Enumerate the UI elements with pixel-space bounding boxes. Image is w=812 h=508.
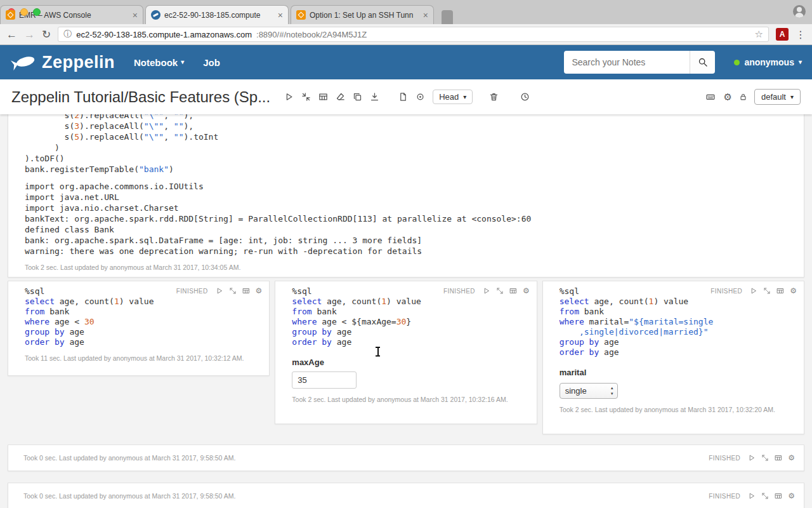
paragraph-footer: Took 11 sec. Last updated by anonymous a… xyxy=(25,354,263,362)
paragraph-sql-marital: FINISHED ⚙ %sqlselect age, count(1) valu… xyxy=(542,281,804,434)
interpreter-binding-gear-icon[interactable]: ⚙ xyxy=(723,92,731,102)
job-menu[interactable]: Job xyxy=(203,57,220,68)
run-paragraph-button[interactable] xyxy=(748,454,756,462)
chevron-down-icon: ▾ xyxy=(181,59,184,65)
paragraph-settings-gear-icon[interactable]: ⚙ xyxy=(523,287,530,295)
status-badge: FINISHED xyxy=(710,288,742,295)
notebook-content: s(2).replaceAll("\"", ""), s(3).replaceA… xyxy=(0,114,812,508)
form-label: marital xyxy=(560,368,797,377)
tab-title: Option 1: Set Up an SSH Tunn xyxy=(310,11,419,20)
expand-paragraph-button[interactable] xyxy=(496,287,504,295)
paragraph-settings-gear-icon[interactable]: ⚙ xyxy=(788,454,795,462)
move-to-trash-button[interactable] xyxy=(489,92,499,102)
forward-icon[interactable]: → xyxy=(24,29,35,40)
browser-tab-zeppelin[interactable]: ec2-52-90-138-185.compute × xyxy=(145,5,289,24)
clear-output-button[interactable] xyxy=(336,92,345,102)
paragraph-footer: Took 2 sec. Last updated by anonymous at… xyxy=(560,406,797,413)
run-all-paragraphs-button[interactable] xyxy=(284,92,294,102)
paragraph-collapsed-2: Took 0 sec. Last updated by anonymous at… xyxy=(8,483,804,508)
toggle-editor-button[interactable] xyxy=(775,454,782,462)
revision-dropdown[interactable]: Head ▾ xyxy=(433,90,473,104)
user-menu[interactable]: anonymous ▾ xyxy=(734,57,802,67)
paragraph-editor[interactable]: s(2).replaceAll("\"", ""), s(3).replaceA… xyxy=(25,114,796,175)
paragraph-collapsed-1: Took 0 sec. Last updated by anonymous at… xyxy=(8,444,804,471)
paragraph-settings-gear-icon[interactable]: ⚙ xyxy=(788,492,795,500)
zeppelin-navbar: Zeppelin Notebook ▾ Job anonymous ▾ xyxy=(0,45,812,79)
paragraph-footer: Took 2 sec. Last updated by anonymous at… xyxy=(25,264,796,271)
refresh-icon[interactable]: ↻ xyxy=(42,29,51,40)
note-action-group xyxy=(284,92,379,102)
text-cursor xyxy=(375,347,381,356)
toggle-editor-button[interactable] xyxy=(509,287,517,295)
expand-paragraph-button[interactable] xyxy=(761,492,769,500)
paragraph-settings-gear-icon[interactable]: ⚙ xyxy=(790,287,797,295)
paragraph-controls: FINISHED ⚙ xyxy=(176,287,263,295)
toggle-code-button[interactable] xyxy=(301,92,311,102)
expand-paragraph-button[interactable] xyxy=(229,287,237,295)
zeppelin-logo[interactable]: Zeppelin xyxy=(10,53,115,72)
aws-favicon-icon xyxy=(6,10,15,20)
username: anonymous xyxy=(744,57,794,67)
run-paragraph-button[interactable] xyxy=(483,287,490,295)
paragraph-sql-maxage: FINISHED ⚙ %sqlselect age, count(1) valu… xyxy=(275,281,537,424)
zeppelin-blimp-icon xyxy=(10,53,37,72)
run-paragraph-button[interactable] xyxy=(748,492,756,500)
revision-compare-button[interactable] xyxy=(416,92,425,102)
browser-tab-ssh-tunnel[interactable]: Option 1: Set Up an SSH Tunn × xyxy=(291,5,434,24)
new-tab-button[interactable] xyxy=(442,10,453,24)
search-input[interactable] xyxy=(564,51,690,74)
keyboard-shortcuts-button[interactable] xyxy=(705,92,716,102)
browser-menu-icon[interactable]: ⋮ xyxy=(796,29,806,41)
revision-group: Head ▾ xyxy=(398,90,530,104)
adobe-extension-icon[interactable]: A xyxy=(776,28,789,41)
commit-version-button[interactable] xyxy=(398,92,408,102)
note-permissions-lock-icon[interactable] xyxy=(739,92,747,102)
paragraph-settings-gear-icon[interactable]: ⚙ xyxy=(256,287,263,295)
paragraph-controls: FINISHED ⚙ xyxy=(709,492,795,500)
toggle-output-button[interactable] xyxy=(318,92,328,102)
export-note-button[interactable] xyxy=(370,92,379,102)
expand-paragraph-button[interactable] xyxy=(761,454,769,462)
close-tab-icon[interactable]: × xyxy=(423,11,428,20)
run-paragraph-button[interactable] xyxy=(750,287,757,295)
paragraph-editor[interactable]: %sqlselect age, count(1) valuefrom bankw… xyxy=(25,286,263,347)
search-button[interactable] xyxy=(690,51,715,74)
search-icon xyxy=(698,57,708,67)
page-info-icon[interactable]: ⓘ xyxy=(63,29,72,40)
back-icon[interactable]: ← xyxy=(6,29,17,40)
toggle-editor-button[interactable] xyxy=(776,287,784,295)
close-tab-icon[interactable]: × xyxy=(278,11,283,20)
paragraph-footer: Took 0 sec. Last updated by anonymous at… xyxy=(23,492,235,500)
paragraph-sql-age: FINISHED ⚙ %sqlselect age, count(1) valu… xyxy=(8,281,270,376)
maxage-input[interactable] xyxy=(292,371,357,389)
chevron-down-icon: ▾ xyxy=(799,59,802,65)
paragraph-row: FINISHED ⚙ %sqlselect age, count(1) valu… xyxy=(8,281,804,434)
zeppelin-favicon-icon xyxy=(151,10,160,20)
browser-tab-strip: EMR – AWS Console × ec2-52-90-138-185.co… xyxy=(0,0,812,24)
cron-scheduler-button[interactable] xyxy=(520,92,530,102)
paragraph-controls: FINISHED ⚙ xyxy=(709,454,795,462)
paragraph-controls: FINISHED ⚙ xyxy=(710,287,797,295)
expand-paragraph-button[interactable] xyxy=(763,287,771,295)
window-minimize-button[interactable] xyxy=(20,8,28,16)
bookmark-star-icon[interactable]: ☆ xyxy=(755,29,763,40)
form-label: maxAge xyxy=(292,358,530,367)
window-zoom-button[interactable] xyxy=(33,8,41,16)
toggle-editor-button[interactable] xyxy=(242,287,250,295)
close-tab-icon[interactable]: × xyxy=(133,11,138,20)
notebook-menu[interactable]: Notebook ▾ xyxy=(134,57,184,68)
address-bar[interactable]: ⓘ ec2-52-90-138-185.compute-1.amazonaws.… xyxy=(58,27,769,42)
clone-note-button[interactable] xyxy=(353,92,362,102)
paragraph-scala: s(2).replaceAll("\"", ""), s(3).replaceA… xyxy=(8,114,804,277)
toggle-editor-button[interactable] xyxy=(775,492,782,500)
status-badge: FINISHED xyxy=(709,493,740,500)
note-settings-group: ⚙ default ▾ xyxy=(705,89,801,105)
selected-option: single xyxy=(565,386,587,396)
marital-select[interactable]: single ▲▼ xyxy=(560,383,618,399)
paragraph-editor[interactable]: %sqlselect age, count(1) valuefrom bankw… xyxy=(560,286,797,358)
display-mode-dropdown[interactable]: default ▾ xyxy=(754,89,801,105)
run-paragraph-button[interactable] xyxy=(216,287,223,295)
note-title[interactable]: Zeppelin Tutorial/Basic Features (Sp... xyxy=(11,88,270,106)
paragraph-editor[interactable]: %sqlselect age, count(1) valuefrom bankw… xyxy=(292,286,530,347)
browser-profile-icon[interactable] xyxy=(793,5,806,18)
